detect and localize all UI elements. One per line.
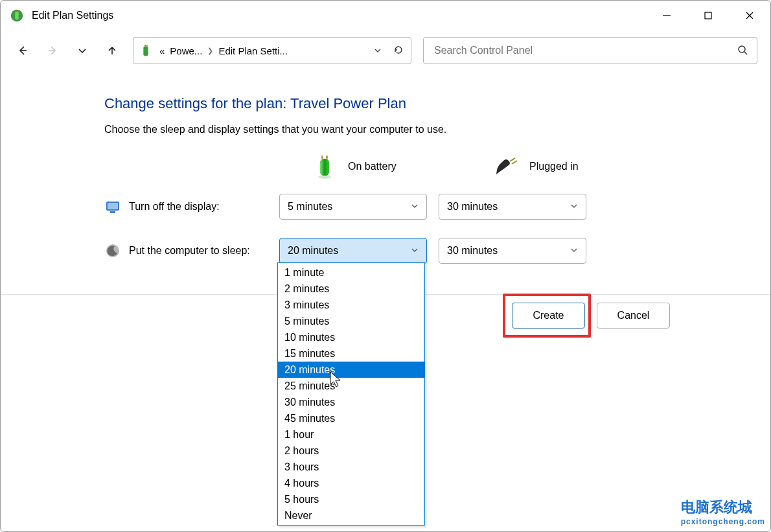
dropdown-option[interactable]: 5 minutes xyxy=(278,313,424,329)
battery-column-icon xyxy=(312,154,338,179)
svg-rect-24 xyxy=(110,211,115,213)
column-header-plugged: Plugged in xyxy=(493,154,623,179)
svg-rect-3 xyxy=(17,10,19,12)
display-battery-value: 5 minutes xyxy=(288,201,332,213)
watermark: 电脑系统城 pcxitongcheng.com xyxy=(681,498,765,526)
svg-point-13 xyxy=(739,46,745,52)
svg-rect-17 xyxy=(320,159,329,176)
navbar: « Powe... ❯ Edit Plan Setti... xyxy=(1,30,770,76)
svg-rect-2 xyxy=(16,10,17,12)
search-box[interactable] xyxy=(423,37,757,64)
svg-rect-11 xyxy=(144,45,146,47)
column-header-battery: On battery xyxy=(312,154,441,179)
column-header-plugged-label: Plugged in xyxy=(529,161,579,172)
svg-rect-5 xyxy=(705,12,711,19)
row-display-label-text: Turn off the display: xyxy=(129,201,220,213)
row-sleep-label: Put the computer to sleep: xyxy=(104,242,268,259)
battery-icon xyxy=(139,43,153,58)
watermark-text: 电脑系统城 xyxy=(681,499,752,515)
column-header-battery-label: On battery xyxy=(348,161,397,172)
dropdown-option[interactable]: 10 minutes xyxy=(278,329,424,345)
recent-locations-button[interactable] xyxy=(73,41,91,60)
titlebar: Edit Plan Settings xyxy=(1,1,770,30)
address-dropdown-button[interactable] xyxy=(371,45,385,56)
display-battery-combo[interactable]: 5 minutes xyxy=(279,194,427,220)
chevron-right-icon: ❯ xyxy=(207,47,213,55)
dropdown-option[interactable]: 30 minutes xyxy=(278,394,424,410)
svg-line-14 xyxy=(744,52,747,54)
dropdown-option[interactable]: 45 minutes xyxy=(278,410,424,426)
search-icon[interactable] xyxy=(737,45,748,57)
display-plugged-value: 30 minutes xyxy=(447,201,498,213)
search-input[interactable] xyxy=(433,44,737,57)
svg-line-21 xyxy=(512,161,517,164)
dropdown-option[interactable]: 1 hour xyxy=(278,426,424,443)
crumb-sep: « xyxy=(159,45,165,56)
sleep-icon xyxy=(104,242,121,259)
cancel-button[interactable]: Cancel xyxy=(597,303,670,329)
svg-rect-12 xyxy=(146,45,148,47)
dropdown-option[interactable]: Never xyxy=(278,507,424,524)
svg-line-20 xyxy=(510,158,515,161)
dropdown-option[interactable]: 20 minutes xyxy=(278,362,424,378)
refresh-button[interactable] xyxy=(391,45,406,57)
dropdown-option[interactable]: 25 minutes xyxy=(278,378,424,394)
dropdown-option[interactable]: 15 minutes xyxy=(278,345,424,362)
content-area: Change settings for the plan: Travel Pow… xyxy=(1,76,770,264)
chevron-down-icon xyxy=(411,201,419,213)
row-display-label: Turn off the display: xyxy=(104,198,268,215)
chevron-down-icon xyxy=(570,245,578,257)
sleep-battery-combo[interactable]: 20 minutes xyxy=(279,238,427,264)
watermark-sub: pcxitongcheng.com xyxy=(681,517,765,526)
page-subtext: Choose the sleep and display settings th… xyxy=(104,124,770,135)
cursor-icon xyxy=(330,371,341,388)
plug-column-icon xyxy=(493,154,519,179)
dropdown-list[interactable]: 1 minute2 minutes3 minutes5 minutes10 mi… xyxy=(277,262,425,526)
svg-rect-19 xyxy=(326,156,328,159)
svg-rect-10 xyxy=(143,47,148,56)
svg-rect-1 xyxy=(15,12,19,20)
address-bar[interactable]: « Powe... ❯ Edit Plan Setti... xyxy=(133,37,411,64)
page-heading: Change settings for the plan: Travel Pow… xyxy=(104,95,770,112)
chevron-down-icon xyxy=(411,245,419,257)
sleep-battery-value: 20 minutes xyxy=(288,245,338,257)
back-button[interactable] xyxy=(14,41,32,60)
chevron-down-icon xyxy=(570,201,578,213)
dropdown-option[interactable]: 2 minutes xyxy=(278,281,424,297)
svg-rect-23 xyxy=(108,203,118,209)
maximize-button[interactable] xyxy=(687,1,729,30)
svg-rect-18 xyxy=(321,156,323,159)
window-title: Edit Plan Settings xyxy=(32,10,646,21)
highlight-annotation xyxy=(503,294,591,338)
minimize-button[interactable] xyxy=(646,1,687,30)
dropdown-option[interactable]: 1 minute xyxy=(278,264,424,281)
crumb-power[interactable]: Powe... xyxy=(170,45,202,56)
dropdown-option[interactable]: 4 hours xyxy=(278,475,424,491)
dropdown-option[interactable]: 3 minutes xyxy=(278,297,424,313)
dropdown-option[interactable]: 5 hours xyxy=(278,491,424,507)
sleep-plugged-value: 30 minutes xyxy=(447,245,498,257)
crumb-edit-plan[interactable]: Edit Plan Setti... xyxy=(218,45,288,56)
dropdown-option[interactable]: 2 hours xyxy=(278,443,424,459)
close-button[interactable] xyxy=(729,1,770,30)
up-button[interactable] xyxy=(103,41,121,60)
forward-button[interactable] xyxy=(43,41,62,60)
button-row: Create Cancel xyxy=(512,303,670,329)
dropdown-option[interactable]: 3 hours xyxy=(278,459,424,475)
sleep-plugged-combo[interactable]: 30 minutes xyxy=(439,238,586,264)
app-icon xyxy=(10,8,24,23)
row-sleep-label-text: Put the computer to sleep: xyxy=(129,245,250,257)
display-icon xyxy=(104,198,121,215)
display-plugged-combo[interactable]: 30 minutes xyxy=(439,194,586,220)
